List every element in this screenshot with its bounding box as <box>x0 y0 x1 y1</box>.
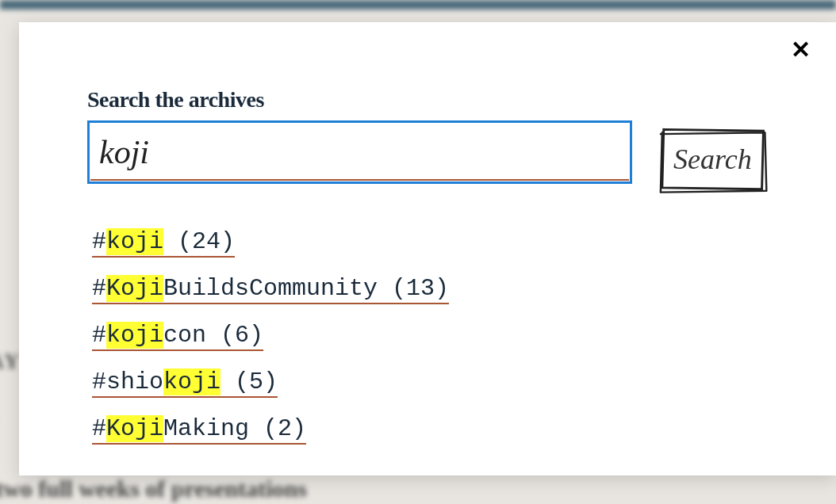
result-prefix: # <box>92 322 106 349</box>
input-underline <box>90 179 629 181</box>
result-count: (6) <box>206 322 263 349</box>
search-label: Search the archives <box>87 87 768 113</box>
result-item[interactable]: #KojiMaking (2) <box>92 415 306 445</box>
result-prefix: # <box>92 415 106 442</box>
result-after: Making <box>163 415 249 442</box>
result-count: (2) <box>249 415 306 442</box>
result-count: (24) <box>163 228 235 255</box>
result-highlight: koji <box>163 368 221 395</box>
result-count: (5) <box>221 368 278 395</box>
result-item[interactable]: #koji (24) <box>92 228 235 258</box>
result-prefix: # <box>92 368 106 395</box>
search-input-wrapper <box>87 120 632 184</box>
search-button[interactable]: Search <box>658 125 768 197</box>
search-results: #koji (24)#KojiBuildsCommunity (13)#koji… <box>87 228 768 462</box>
bg-fragment-1: AY <box>0 349 21 374</box>
result-before: shio <box>106 368 163 395</box>
result-highlight: Koji <box>106 415 163 442</box>
result-item[interactable]: #KojiBuildsCommunity (13) <box>92 275 449 304</box>
search-section: Search the archives Search #koji (24)#Ko… <box>19 22 836 486</box>
result-count: (13) <box>378 275 449 302</box>
result-after: BuildsCommunity <box>163 275 378 302</box>
close-icon: ✕ <box>791 36 811 63</box>
search-button-label: Search <box>673 143 752 176</box>
result-prefix: # <box>92 228 106 255</box>
search-row: Search <box>87 120 768 197</box>
result-highlight: koji <box>106 228 163 255</box>
result-prefix: # <box>92 275 106 302</box>
close-button[interactable]: ✕ <box>791 38 811 62</box>
result-highlight: koji <box>106 322 163 349</box>
search-modal: ✕ Search the archives Search #koji (24)#… <box>19 22 836 475</box>
result-item[interactable]: #shiokoji (5) <box>92 368 278 398</box>
result-item[interactable]: #kojicon (6) <box>92 322 263 351</box>
result-after: con <box>163 322 206 349</box>
result-highlight: Koji <box>106 275 163 302</box>
search-input[interactable] <box>87 120 632 184</box>
